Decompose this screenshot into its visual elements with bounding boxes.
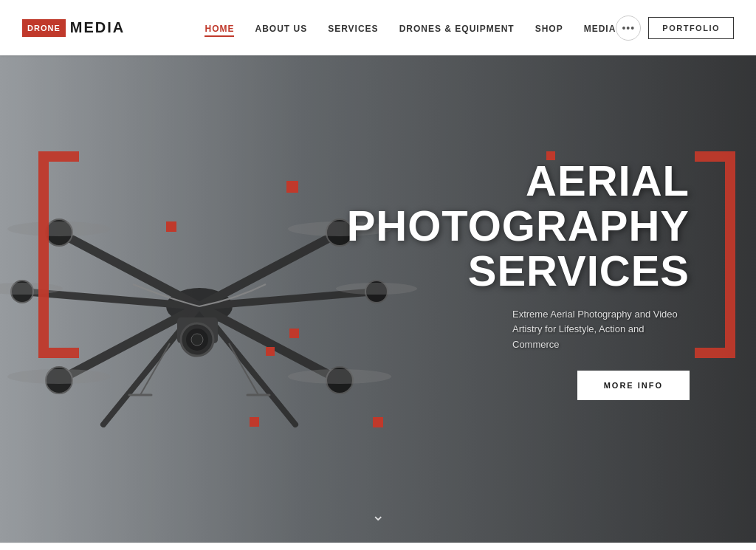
red-square-4 <box>250 417 259 427</box>
nav-more-button[interactable]: ••• <box>616 16 641 41</box>
hero-subtitle: Extreme Aerial Photography and Video Art… <box>512 307 690 353</box>
svg-line-3 <box>59 306 199 380</box>
hero-section: AERIAL PHOTOGRAPHY SERVICES Extreme Aeri… <box>0 55 756 543</box>
bracket-right-decoration <box>695 151 735 358</box>
logo[interactable]: DRONE MEDIA <box>22 19 125 37</box>
red-square-6 <box>289 329 299 338</box>
red-square-2 <box>166 221 176 232</box>
bottom-strip: ⬡⬡ THE BIRD'S EYE VIEW ▨▨ HIGH QUALITY ◎… <box>0 543 756 550</box>
nav-item-media[interactable]: MEDIA <box>584 21 616 35</box>
nav-link-home[interactable]: HOME <box>205 24 234 37</box>
nav-link-about[interactable]: ABOUT US <box>255 24 307 34</box>
nav-link-services[interactable]: SERVICES <box>328 24 378 34</box>
nav-link-shop[interactable]: SHOP <box>535 24 563 34</box>
scroll-down-chevron[interactable]: ⌄ <box>371 506 385 525</box>
logo-text: MEDIA <box>70 19 125 36</box>
nav-item-about[interactable]: ABOUT US <box>255 21 307 35</box>
hero-cta-button[interactable]: MORE INFO <box>577 371 690 400</box>
nav-item-services[interactable]: SERVICES <box>328 21 378 35</box>
hero-title-line1: AERIAL PHOTOGRAPHY <box>347 157 690 250</box>
logo-box: DRONE <box>22 19 66 37</box>
portfolio-button[interactable]: PORTFOLIO <box>648 17 734 39</box>
nav-link-media[interactable]: MEDIA <box>584 24 616 34</box>
svg-line-4 <box>199 306 340 380</box>
svg-point-14 <box>7 369 111 384</box>
hero-title: AERIAL PHOTOGRAPHY SERVICES <box>320 159 690 294</box>
bracket-left-decoration <box>38 151 79 358</box>
red-square-5 <box>373 417 383 427</box>
red-square-3 <box>266 347 275 356</box>
red-square-1 <box>286 181 298 193</box>
nav-item-shop[interactable]: SHOP <box>535 21 563 35</box>
navbar: DRONE MEDIA HOME ABOUT US SERVICES DRONE… <box>0 0 756 55</box>
hero-title-line2: SERVICES <box>468 247 690 295</box>
svg-point-24 <box>191 334 203 346</box>
nav-link-drones[interactable]: DRONES & EQUIPMENT <box>399 24 515 34</box>
hero-content: AERIAL PHOTOGRAPHY SERVICES Extreme Aeri… <box>320 159 690 400</box>
nav-item-home[interactable]: HOME <box>205 21 234 35</box>
nav-item-drones[interactable]: DRONES & EQUIPMENT <box>399 21 515 35</box>
nav-links: HOME ABOUT US SERVICES DRONES & EQUIPMEN… <box>205 21 616 35</box>
